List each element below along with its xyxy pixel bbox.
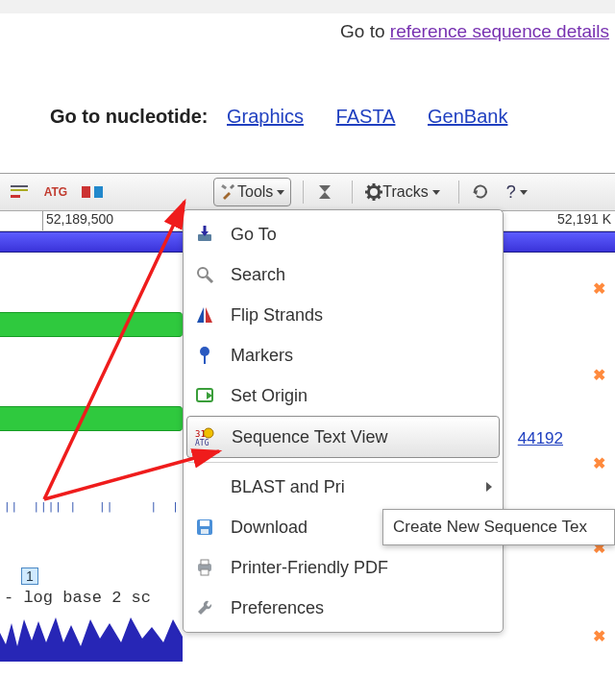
goto-ref-prefix: Go to bbox=[340, 21, 390, 41]
close-icon[interactable]: ✖ bbox=[593, 366, 605, 384]
svg-point-20 bbox=[198, 268, 208, 278]
svg-rect-2 bbox=[11, 195, 20, 198]
menu-item-label: Set Origin bbox=[231, 386, 308, 406]
tracks-label: Tracks bbox=[382, 183, 428, 201]
scale-label: - log base 2 sc bbox=[4, 589, 151, 607]
svg-marker-23 bbox=[206, 307, 212, 323]
close-icon[interactable]: ✖ bbox=[593, 279, 605, 298]
print-icon bbox=[192, 558, 217, 577]
tools-menu: Go To Search Flip Strands Markers Set Or… bbox=[183, 209, 504, 633]
svg-rect-32 bbox=[200, 520, 209, 526]
svg-line-15 bbox=[368, 196, 370, 198]
svg-point-24 bbox=[200, 347, 209, 356]
close-icon[interactable]: ✖ bbox=[593, 627, 605, 645]
help-icon: ? bbox=[506, 182, 516, 203]
toolbar-span-button[interactable] bbox=[77, 178, 108, 206]
svg-marker-22 bbox=[197, 307, 204, 323]
submenu-tooltip: Create New Sequence Tex bbox=[382, 509, 615, 545]
genbank-link[interactable]: GenBank bbox=[428, 106, 507, 127]
menu-item-flip[interactable]: Flip Strands bbox=[186, 295, 500, 335]
chevron-right-icon bbox=[486, 482, 492, 492]
flip-icon bbox=[192, 305, 217, 325]
svg-rect-25 bbox=[204, 355, 206, 364]
svg-marker-6 bbox=[319, 185, 331, 192]
menu-item-pdf[interactable]: Printer-Friendly PDF bbox=[186, 547, 500, 588]
toolbar-atg-button[interactable]: ATG bbox=[40, 178, 71, 206]
svg-text:ATG: ATG bbox=[195, 439, 209, 447]
menu-item-preferences[interactable]: Preferences bbox=[186, 588, 500, 628]
svg-line-21 bbox=[207, 277, 212, 282]
track-row[interactable] bbox=[0, 406, 183, 431]
refresh-icon bbox=[472, 183, 489, 201]
svg-line-16 bbox=[379, 186, 381, 188]
tools-label: Tools bbox=[237, 183, 273, 201]
atg-label: ATG bbox=[44, 185, 67, 199]
chevron-down-icon bbox=[520, 190, 528, 195]
svg-rect-36 bbox=[201, 569, 209, 575]
menu-item-label: Search bbox=[231, 265, 285, 285]
close-icon[interactable]: ✖ bbox=[593, 454, 605, 472]
svg-marker-7 bbox=[319, 192, 331, 199]
menu-item-label: BLAST and Pri bbox=[231, 477, 345, 497]
track-badge: 1 bbox=[21, 567, 38, 585]
menu-item-sequence-text-view[interactable]: 31ATG Sequence Text View bbox=[186, 416, 500, 458]
menu-item-label: Go To bbox=[231, 225, 277, 245]
refresh-button[interactable] bbox=[465, 178, 496, 206]
tools-icon bbox=[220, 183, 237, 201]
seqtext-icon: 31ATG bbox=[193, 427, 218, 447]
menu-item-label: Preferences bbox=[231, 598, 324, 618]
svg-rect-33 bbox=[201, 529, 209, 534]
wrench-icon bbox=[192, 598, 217, 617]
menu-item-markers[interactable]: Markers bbox=[186, 335, 500, 375]
svg-rect-5 bbox=[221, 184, 227, 189]
graphics-link[interactable]: Graphics bbox=[227, 106, 304, 127]
tooltip-text: Create New Sequence Tex bbox=[393, 518, 587, 537]
span-icon bbox=[82, 186, 103, 198]
svg-point-29 bbox=[204, 428, 213, 438]
menu-item-label: Markers bbox=[231, 346, 293, 366]
menu-item-label: Printer-Friendly PDF bbox=[231, 558, 388, 578]
menu-item-label: Flip Strands bbox=[231, 305, 323, 326]
menu-item-search[interactable]: Search bbox=[186, 254, 500, 295]
ruler-right-label: 52,191 K bbox=[554, 211, 611, 230]
track-row[interactable] bbox=[0, 312, 183, 337]
svg-line-14 bbox=[379, 196, 381, 198]
menu-item-label: Download bbox=[231, 518, 308, 538]
svg-rect-0 bbox=[11, 185, 28, 187]
toolbar-zoom-button[interactable] bbox=[309, 178, 340, 206]
goto-nucleotide-label: Go to nucleotide: bbox=[50, 106, 208, 127]
menu-item-label: Sequence Text View bbox=[232, 427, 387, 447]
save-icon bbox=[192, 518, 217, 537]
chevron-down-icon bbox=[277, 190, 284, 195]
chevron-down-icon bbox=[432, 190, 440, 195]
toolbar-icon-1[interactable] bbox=[4, 178, 35, 206]
svg-line-13 bbox=[368, 186, 370, 188]
tools-button[interactable]: Tools bbox=[213, 178, 291, 206]
go-to-icon bbox=[192, 225, 217, 244]
window-top-strip bbox=[0, 0, 615, 13]
goto-nucleotide-line: Go to nucleotide: Graphics FASTA GenBank bbox=[0, 46, 615, 137]
svg-point-8 bbox=[369, 187, 380, 198]
track-link-44192[interactable]: 44192 bbox=[518, 429, 563, 448]
fasta-link[interactable]: FASTA bbox=[336, 106, 396, 127]
tracks-button[interactable]: Tracks bbox=[358, 178, 446, 206]
search-icon bbox=[192, 265, 217, 284]
menu-separator bbox=[188, 462, 498, 463]
menu-item-goto[interactable]: Go To bbox=[186, 214, 500, 254]
marker-icon bbox=[192, 346, 217, 365]
score-area-chart bbox=[0, 614, 183, 662]
svg-rect-35 bbox=[201, 560, 209, 565]
lines-icon bbox=[11, 185, 28, 199]
gear-icon bbox=[365, 183, 382, 201]
menu-item-blast[interactable]: BLAST and Pri bbox=[186, 467, 500, 507]
svg-rect-3 bbox=[82, 186, 90, 198]
hourglass-icon bbox=[318, 184, 332, 200]
menu-item-origin[interactable]: Set Origin bbox=[186, 375, 500, 416]
viewer-toolbar: ATG Tools bbox=[0, 174, 615, 211]
reference-sequence-link[interactable]: reference sequence details bbox=[390, 21, 609, 41]
ruler-left-label: 52,189,500 bbox=[42, 211, 113, 230]
svg-rect-4 bbox=[94, 186, 103, 198]
help-button[interactable]: ? bbox=[502, 178, 532, 206]
goto-reference-line: Go to reference sequence details bbox=[0, 13, 615, 46]
svg-rect-1 bbox=[11, 189, 28, 191]
